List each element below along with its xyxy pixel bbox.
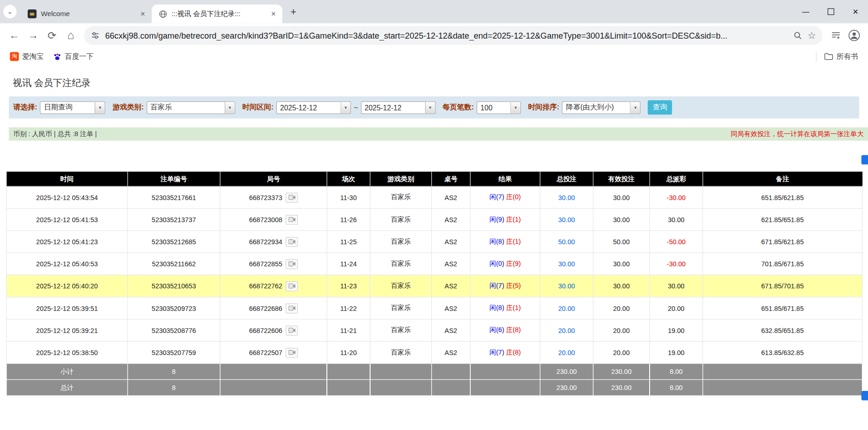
forward-button[interactable]: → <box>24 27 42 45</box>
all-bookmarks-button[interactable]: 所有书 <box>820 50 862 63</box>
tab-close-icon[interactable]: ✕ <box>269 9 278 18</box>
sort-select[interactable]: 降幂(由大到小) ▼ <box>562 101 641 114</box>
search-button[interactable]: 查询 <box>648 100 672 115</box>
result-cell: 闲(8) 庄(1) <box>470 231 540 253</box>
footer-cell: 230.00 <box>540 379 594 396</box>
media-controls-icon[interactable] <box>827 27 845 45</box>
game-type-cell: 百家乐 <box>370 186 432 208</box>
profile-avatar-icon[interactable] <box>846 27 862 44</box>
chevron-down-icon[interactable]: ▼ <box>510 102 520 113</box>
bookmark-label: 爱淘宝 <box>22 52 44 62</box>
tab-title: Welcome <box>41 10 134 18</box>
video-replay-button[interactable] <box>286 325 297 335</box>
filter-bar: 请选择: 日期查询 ▼ 游戏类别: 百家乐 ▼ 时间区间: 2025-12-12… <box>9 97 859 119</box>
summary-bar: 币别 : 人民币 | 总共 :8 注单 | 同局有效投注，统一计算在该局第一张注… <box>9 127 868 141</box>
game-type-cell: 百家乐 <box>370 297 432 319</box>
date-end-value: 2025-12-12 <box>361 103 425 112</box>
total-bet-link[interactable]: 20.00 <box>558 304 575 312</box>
round-id-cell: 668722606 <box>220 319 327 341</box>
scroll-indicator-top[interactable] <box>862 155 868 164</box>
game-category-value: 百家乐 <box>147 103 225 113</box>
video-replay-button[interactable] <box>286 348 297 358</box>
scroll-indicator-bottom[interactable] <box>862 391 868 400</box>
total-bet-link[interactable]: 20.00 <box>558 349 575 356</box>
bet-id-cell: 523035213737 <box>128 208 220 230</box>
total-bet-link[interactable]: 30.00 <box>558 194 575 201</box>
footer-cell <box>432 363 470 379</box>
query-type-select[interactable]: 日期查询 ▼ <box>40 101 105 114</box>
video-replay-button[interactable] <box>286 259 297 269</box>
total-bet-link[interactable]: 50.00 <box>558 238 575 246</box>
chevron-down-icon[interactable]: ▼ <box>425 102 435 113</box>
tab-bet-record[interactable]: :::视讯 会员下注纪录::: ✕ <box>152 5 282 23</box>
chevron-down-icon[interactable]: ▼ <box>630 102 640 113</box>
page-size-value: 100 <box>477 103 510 112</box>
payout-cell: 30.00 <box>650 208 703 230</box>
table-row: 2025-12-12 05:41:53523035213737668723008… <box>6 208 862 230</box>
game-type-cell: 百家乐 <box>370 253 432 275</box>
close-button[interactable]: ✕ <box>843 0 868 23</box>
footer-cell: 230.00 <box>593 379 650 396</box>
bookmark-label: 百度一下 <box>65 52 94 62</box>
game-type-cell: 百家乐 <box>370 275 432 297</box>
chevron-down-icon[interactable]: ▼ <box>341 102 351 113</box>
total-bet-link[interactable]: 30.00 <box>558 260 575 268</box>
video-replay-button[interactable] <box>286 281 297 291</box>
table-no-cell: AS2 <box>432 297 470 319</box>
game-type-cell: 百家乐 <box>370 319 432 341</box>
bookmark-baidu[interactable]: 百度一下 <box>48 50 98 63</box>
game-category-select[interactable]: 百家乐 ▼ <box>147 101 235 114</box>
footer-cell <box>703 379 862 396</box>
date-separator: ~ <box>354 103 358 112</box>
payout-cell: 19.00 <box>650 319 703 341</box>
refresh-button[interactable]: ⟳ <box>43 27 61 45</box>
total-bet-cell: 30.00 <box>540 275 594 297</box>
date-start-value: 2025-12-12 <box>277 103 340 112</box>
round-id-cell: 668722507 <box>220 341 327 363</box>
maximize-button[interactable] <box>818 0 843 23</box>
total-bet-link[interactable]: 20.00 <box>558 327 575 334</box>
divider <box>816 52 817 62</box>
video-replay-button[interactable] <box>286 192 297 202</box>
tab-close-icon[interactable]: ✕ <box>138 9 147 18</box>
round-id-cell: 668722762 <box>220 275 327 297</box>
result-cell: 闲(8) 庄(1) <box>470 297 540 319</box>
chevron-down-icon[interactable]: ▼ <box>224 102 234 113</box>
chevron-down-icon[interactable]: ▼ <box>95 102 105 113</box>
total-bet-cell: 30.00 <box>540 253 594 275</box>
home-button[interactable]: ⌂ <box>62 27 80 45</box>
footer-cell <box>470 363 540 379</box>
game-category-label: 游戏类别: <box>113 103 144 113</box>
time-cell: 2025-12-12 05:40:20 <box>6 275 128 297</box>
valid-bet-cell: 50.00 <box>593 231 650 253</box>
session-cell: 11-26 <box>327 208 370 230</box>
back-button[interactable]: ← <box>6 27 23 45</box>
bookmark-taobao[interactable]: 淘 爱淘宝 <box>6 50 48 63</box>
result-cell: 闲(7) 庄(5) <box>470 275 540 297</box>
bookmark-star-icon[interactable]: ☆ <box>807 29 816 41</box>
tab-welcome[interactable]: Welcome ✕ <box>21 5 152 23</box>
note-cell: 671.85/701.85 <box>703 275 862 297</box>
video-replay-button[interactable] <box>286 215 297 225</box>
date-end-input[interactable]: 2025-12-12 ▼ <box>361 101 436 114</box>
total-bet-link[interactable]: 30.00 <box>558 282 575 290</box>
video-replay-button[interactable] <box>286 237 297 247</box>
address-bar[interactable]: 66cxkj98.com/game/betrecord_search/kind3… <box>84 26 822 45</box>
site-settings-icon[interactable] <box>91 31 99 40</box>
session-cell: 11-23 <box>327 275 370 297</box>
minimize-button[interactable]: — <box>793 0 818 23</box>
video-replay-button[interactable] <box>286 303 297 313</box>
session-cell: 11-24 <box>327 253 370 275</box>
payout-cell: 20.00 <box>650 297 703 319</box>
total-bet-cell: 30.00 <box>540 208 594 230</box>
new-tab-button[interactable]: + <box>286 4 301 19</box>
tab-search-button[interactable]: ⌄ <box>3 5 17 18</box>
date-start-input[interactable]: 2025-12-12 ▼ <box>276 101 351 114</box>
zoom-icon[interactable] <box>793 31 802 40</box>
page-size-select[interactable]: 100 ▼ <box>477 101 521 114</box>
column-header: 游戏类别 <box>370 172 432 186</box>
table-row: 2025-12-12 05:43:54523035217661668723373… <box>6 186 862 208</box>
total-bet-link[interactable]: 30.00 <box>558 216 575 224</box>
time-cell: 2025-12-12 05:40:53 <box>6 253 128 275</box>
time-cell: 2025-12-12 05:41:53 <box>6 208 128 230</box>
